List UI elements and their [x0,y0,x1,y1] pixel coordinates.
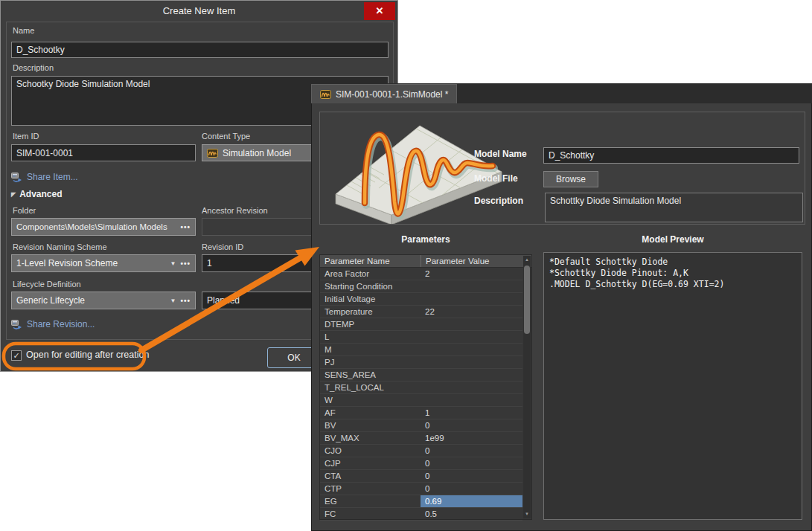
param-name-cell: CJO [320,445,421,457]
param-value-cell[interactable] [421,280,522,292]
item-id-input[interactable] [11,144,196,161]
open-for-editing-checkbox[interactable]: ✓ [11,350,22,361]
scrollbar-thumb[interactable] [524,266,530,334]
param-value-cell[interactable]: 0 [421,419,522,431]
preview-line: *Schottky Diode Pinout: A,K [549,268,796,279]
table-row[interactable]: FC0.5 [320,508,522,521]
table-row[interactable]: SENS_AREA [320,369,522,382]
param-value-cell[interactable]: 0 [421,445,522,457]
model-preview-header: Model Preview [543,234,802,245]
folder-label: Folder [13,206,36,215]
share-revision-link[interactable]: Share Revision... [11,319,95,329]
preview-line: .MODEL D_Schottky D(EG=0.69 XTI=2) [549,279,796,290]
parameters-table-header: Parameter Name Parameter Value [320,255,531,268]
revision-scheme-browse-icon[interactable]: ••• [180,260,191,268]
param-name-cell: CTP [320,483,421,495]
simulation-model-illustration [323,114,509,224]
param-value-cell[interactable] [421,382,522,393]
close-button[interactable]: ✕ [364,2,395,20]
param-name-cell: CJP [320,457,421,469]
advanced-label: Advanced [19,189,62,199]
table-row[interactable]: L [320,331,522,344]
table-row[interactable]: W [320,394,522,407]
param-name-cell: M [320,344,421,355]
column-header-value[interactable]: Parameter Value [421,255,531,267]
table-row[interactable]: Initial Voltage [320,293,522,306]
lifecycle-browse-icon[interactable]: ••• [180,297,191,305]
share-icon [11,320,22,329]
table-row[interactable]: CTA0 [320,470,522,483]
tab-title: SIM-001-0001-1.SimModel * [336,89,448,100]
model-preview-box[interactable]: *Default Schottky Diode*Schottky Diode P… [543,252,802,520]
ancestor-revision-label: Ancestor Revision [202,206,268,215]
editor-description-textarea[interactable]: Schottky Diode Simulation Model [545,193,803,222]
param-value-cell[interactable]: 22 [421,306,522,318]
param-name-cell: Area Factor [320,268,421,280]
scroll-down-icon[interactable]: ▼ [523,510,531,518]
table-row[interactable]: CJO0 [320,445,522,457]
table-row[interactable]: CTP0 [320,483,522,495]
chevron-down-icon[interactable]: ▼ [170,260,176,267]
param-value-cell[interactable] [421,356,522,368]
table-row[interactable]: BV_MAX1e99 [320,432,522,445]
browse-button[interactable]: Browse [543,171,598,187]
description-label: Description [13,63,54,72]
scroll-up-icon[interactable]: ▲ [523,256,531,264]
share-item-label: Share Item... [27,172,78,182]
param-value-cell[interactable]: 0.69 [421,495,522,507]
table-row[interactable]: T_REL_LOCAL [320,382,522,394]
parameters-scrollbar[interactable]: ▲ ▼ [523,256,531,518]
dialog-title: Create New Item [1,1,397,22]
revision-scheme-value: 1-Level Revision Scheme [16,258,166,268]
table-row[interactable]: CJP0 [320,457,522,470]
table-row[interactable]: EG0.69 [320,495,522,508]
param-value-cell[interactable] [421,318,522,330]
table-row[interactable]: DTEMP [320,318,522,331]
param-value-cell[interactable] [421,331,522,343]
param-value-cell[interactable]: 0 [421,483,522,495]
param-value-cell[interactable] [421,293,522,305]
lifecycle-dropdown[interactable]: Generic Lifecycle ▼ ••• [11,292,196,309]
parameters-table: Parameter Name Parameter Value Area Fact… [319,254,532,520]
open-for-editing-label: Open for editing after creation [26,350,149,360]
table-row[interactable]: BV0 [320,419,522,432]
param-value-cell[interactable] [421,369,522,381]
close-icon: ✕ [376,5,384,16]
model-info-panel: Model Name Model File Browse Description… [319,112,805,225]
share-revision-label: Share Revision... [27,319,95,329]
param-value-cell[interactable] [421,344,522,355]
model-name-input[interactable] [543,147,799,164]
table-row[interactable]: PJ [320,356,522,369]
table-row[interactable]: M [320,344,522,356]
editor-description-label: Description [474,196,523,206]
table-row[interactable]: AF1 [320,407,522,419]
param-name-cell: CTA [320,470,421,482]
param-name-cell: BV_MAX [320,432,421,444]
param-name-cell: T_REL_LOCAL [320,382,421,393]
param-value-cell[interactable]: 0 [421,470,522,482]
advanced-section-toggle[interactable]: ◤ Advanced [11,189,63,199]
param-name-cell: L [320,331,421,343]
param-value-cell[interactable]: 2 [421,268,522,280]
parameters-header: Parameters [319,234,532,245]
name-input[interactable] [11,42,389,58]
param-value-cell[interactable]: 0.5 [421,508,522,520]
folder-browse-icon[interactable]: ••• [180,223,191,231]
param-value-cell[interactable]: 1 [421,407,522,419]
table-row[interactable]: Starting Condition [320,280,522,293]
param-value-cell[interactable] [421,394,522,406]
folder-field[interactable]: Components\Models\Simulation Models ••• [11,218,196,236]
column-header-name[interactable]: Parameter Name [320,255,421,267]
param-value-cell[interactable]: 0 [421,457,522,469]
tab-simmodel-document[interactable]: SIM-001-0001-1.SimModel * [311,84,457,103]
share-item-link[interactable]: Share Item... [11,172,78,182]
param-name-cell: W [320,394,421,406]
table-row[interactable]: Area Factor2 [320,268,522,280]
param-name-cell: FC [320,508,421,520]
param-value-cell[interactable]: 1e99 [421,432,522,444]
chevron-down-icon[interactable]: ▼ [170,297,176,304]
revision-scheme-dropdown[interactable]: 1-Level Revision Scheme ▼ ••• [11,254,196,272]
param-name-cell: Initial Voltage [320,293,421,305]
simmodel-editor-window: SIM-001-0001-1.SimModel * [311,83,812,531]
table-row[interactable]: Temperature22 [320,306,522,318]
